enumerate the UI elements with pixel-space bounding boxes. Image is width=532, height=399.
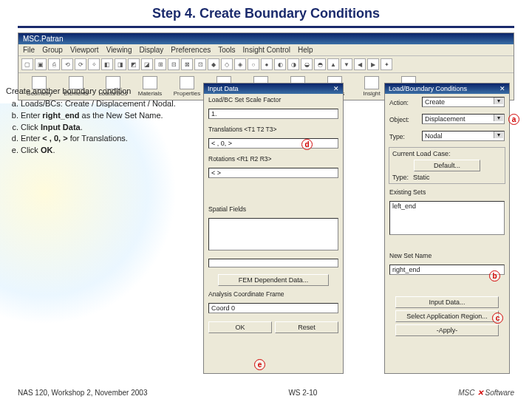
footer: NAS 120, Workshop 2, November 2003 WS 2-… <box>0 389 532 397</box>
instruction-a: Loads/BCs: Create / Displacement / Nodal… <box>21 98 191 109</box>
apply-button[interactable]: -Apply- <box>395 324 499 336</box>
rotations-label: Rotations <R1 R2 R3> <box>204 153 343 164</box>
existing-sets-label: Existing Sets <box>385 186 509 197</box>
fem-dependent-button[interactable]: FEM Dependent Data... <box>218 274 329 286</box>
instruction-d: Enter < , 0, > for Translations. <box>21 133 191 144</box>
translations-field[interactable]: < , 0, > <box>208 138 338 149</box>
footer-left: NAS 120, Workshop 2, November 2003 <box>18 389 147 397</box>
callout-c: c <box>492 313 503 324</box>
menu-file[interactable]: File <box>23 46 35 54</box>
menu-viewport[interactable]: Viewport <box>70 46 99 54</box>
tb-icon[interactable]: ◈ <box>234 58 246 70</box>
lbc-title: Load/Boundary Conditions <box>389 85 467 92</box>
coord-frame-field[interactable]: Coord 0 <box>208 303 338 313</box>
menu-preferences[interactable]: Preferences <box>171 46 211 54</box>
tb-icon[interactable]: ⟳ <box>75 58 86 70</box>
instruction-block: Create another boundary condition Loads/… <box>6 86 191 157</box>
spatial-fields-selected[interactable] <box>208 259 338 267</box>
toolbar-row: ▢ ▣ ⎙ ⟲ ⟳ ✧ ◧ ◨ ◩ ◪ ⊞ ⊟ ⊠ ⊡ ◆ ◇ ◈ ○ ● ◐ … <box>18 56 514 73</box>
input-data-title: Input Data <box>208 85 239 92</box>
app-titlebar: MSC.Patran <box>18 33 514 44</box>
instruction-c: Click Input Data. <box>21 122 191 133</box>
menu-viewing[interactable]: Viewing <box>106 46 132 54</box>
callout-d: d <box>301 139 313 150</box>
page-title: Step 4. Create Boundary Conditions <box>18 0 514 28</box>
close-icon[interactable]: ✕ <box>499 85 505 92</box>
object-label: Object: <box>389 116 419 123</box>
lbc-panel: Load/Boundary Conditions✕ Action: Create… <box>384 83 510 374</box>
tb-icon[interactable]: ▣ <box>35 58 47 70</box>
tb-icon[interactable]: ▶ <box>367 58 379 70</box>
instruction-e: Click OK. <box>21 145 191 156</box>
reset-button[interactable]: Reset <box>275 321 338 333</box>
tb-icon[interactable]: ▢ <box>21 58 33 70</box>
new-set-name-label: New Set Name <box>385 250 509 261</box>
tb-icon[interactable]: ▲ <box>327 58 339 70</box>
tb-icon[interactable]: ◪ <box>141 58 153 70</box>
menu-insight[interactable]: Insight Control <box>243 46 290 54</box>
tb-icon[interactable]: ◀ <box>354 58 366 70</box>
select-region-button[interactable]: Select Application Region... <box>395 310 499 322</box>
menu-help[interactable]: Help <box>298 46 313 54</box>
instruction-lead: Create another boundary condition <box>6 86 191 97</box>
footer-mid: WS 2-10 <box>288 389 317 397</box>
object-dropdown[interactable]: Displacement <box>422 114 505 124</box>
tb-icon[interactable]: ⊡ <box>194 58 206 70</box>
existing-sets-list[interactable]: left_end <box>389 201 505 235</box>
footer-logo: MSC✕Software <box>458 389 514 397</box>
loadcase-type-value: Static <box>413 174 430 181</box>
scale-factor-label: Load/BC Set Scale Factor <box>204 94 343 105</box>
tb-icon[interactable]: ◒ <box>301 58 313 70</box>
callout-a: a <box>508 114 519 125</box>
menu-tools[interactable]: Tools <box>218 46 235 54</box>
menu-group[interactable]: Group <box>42 46 63 54</box>
tb-icon[interactable]: ✧ <box>88 58 100 70</box>
tb-icon[interactable]: ▼ <box>341 58 352 70</box>
tb-icon[interactable]: ⟲ <box>61 58 73 70</box>
callout-e: e <box>254 359 265 370</box>
tb-icon[interactable]: ⊟ <box>168 58 180 70</box>
tb-icon[interactable]: ⎙ <box>48 58 60 70</box>
scale-factor-field[interactable]: 1. <box>208 109 338 119</box>
default-loadcase-button[interactable]: Default... <box>414 160 480 171</box>
tb-icon[interactable]: ◇ <box>221 58 233 70</box>
menubar: File Group Viewport Viewing Display Pref… <box>18 44 514 56</box>
input-data-button[interactable]: Input Data... <box>395 296 499 308</box>
type-dropdown[interactable]: Nodal <box>422 131 505 141</box>
tb-icon[interactable]: ◧ <box>101 58 113 70</box>
coord-frame-label: Analysis Coordinate Frame <box>204 288 343 299</box>
tb-icon[interactable]: ⊞ <box>154 58 166 70</box>
tb-icon[interactable]: ○ <box>248 58 259 70</box>
tb-icon[interactable]: ⊠ <box>181 58 193 70</box>
tb-icon[interactable]: ◑ <box>287 58 299 70</box>
rotations-field[interactable]: < > <box>208 168 338 178</box>
type-label: Type: <box>389 133 419 140</box>
tb-icon[interactable]: ◩ <box>128 58 140 70</box>
new-set-name-field[interactable]: right_end <box>389 265 505 275</box>
loadcase-type-label: Type: <box>392 174 409 181</box>
close-icon[interactable]: ✕ <box>333 85 339 92</box>
menu-display[interactable]: Display <box>140 46 164 54</box>
tb-icon[interactable]: ● <box>261 58 273 70</box>
translations-label: Translations <T1 T2 T3> <box>204 123 343 134</box>
instruction-b: Enter right_end as the New Set Name. <box>21 110 191 121</box>
current-loadcase-label: Current Load Case: <box>392 150 502 157</box>
tb-icon[interactable]: ◨ <box>115 58 126 70</box>
tb-icon[interactable]: ◆ <box>208 58 219 70</box>
action-dropdown[interactable]: Create <box>422 97 505 107</box>
tb-icon[interactable]: ◐ <box>274 58 286 70</box>
ok-button[interactable]: OK <box>208 321 272 333</box>
tb-icon[interactable]: ◓ <box>314 58 326 70</box>
input-data-panel: Input Data✕ Load/BC Set Scale Factor 1. … <box>203 83 344 374</box>
tb-icon[interactable]: ✦ <box>381 58 392 70</box>
spatial-fields-label: Spatial Fields <box>204 203 343 214</box>
x-icon: ✕ <box>477 389 483 397</box>
spatial-fields-list[interactable] <box>208 218 338 250</box>
callout-b: b <box>489 270 500 282</box>
current-loadcase-group: Current Load Case: Default... Type: Stat… <box>389 147 505 184</box>
action-label: Action: <box>389 99 419 106</box>
